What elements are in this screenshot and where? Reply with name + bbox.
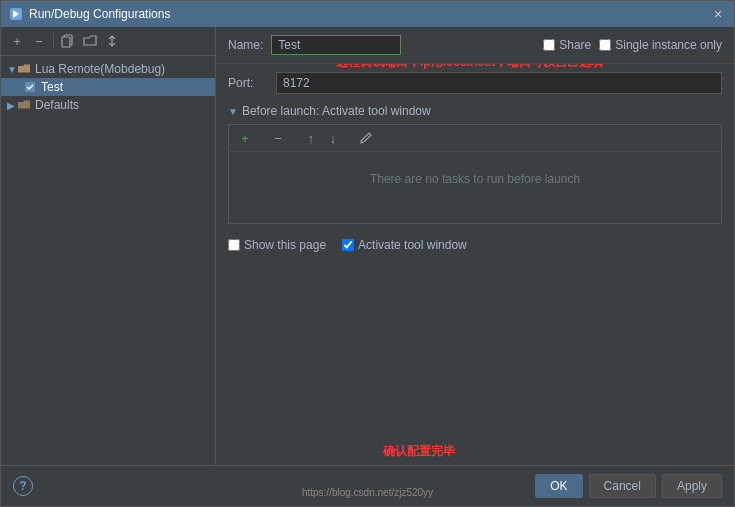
tree-arrow-defaults: ▶ — [7, 100, 17, 111]
copy-config-button[interactable] — [58, 31, 78, 51]
before-launch-toolbar: + − ↑ ↓ — [229, 125, 721, 152]
annotation-arrow1: 远程调试端口，ip用localhost，端口可以自己选填 — [336, 64, 603, 71]
single-instance-checkbox[interactable] — [599, 39, 611, 51]
tree-item-lua-label: Lua Remote(Mobdebug) — [35, 62, 165, 76]
port-label: Port: — [228, 76, 268, 90]
add-task-button[interactable]: + — [235, 128, 255, 148]
tree-item-defaults[interactable]: ▶ Defaults — [1, 96, 215, 114]
show-page-checkbox[interactable] — [228, 239, 240, 251]
edit-task-button[interactable] — [356, 128, 376, 148]
annotation-arrow2: 确认配置完毕 — [383, 443, 455, 460]
dialog-icon — [9, 7, 23, 21]
toolbar-separator-1 — [53, 34, 54, 48]
share-checkbox[interactable] — [543, 39, 555, 51]
test-config-icon — [23, 80, 37, 94]
share-label: Share — [559, 38, 591, 52]
before-launch-toggle[interactable]: ▼ — [228, 106, 238, 117]
title-bar: Run/Debug Configurations × — [1, 1, 734, 27]
share-checkbox-group: Share — [543, 38, 591, 52]
dialog-title: Run/Debug Configurations — [29, 7, 170, 21]
move-up-button[interactable]: ↑ — [301, 128, 321, 148]
apply-button[interactable]: Apply — [662, 474, 722, 498]
move-down-button[interactable]: ↓ — [323, 128, 343, 148]
tree-item-test[interactable]: Test — [1, 78, 215, 96]
name-label: Name: — [228, 38, 263, 52]
show-page-label: Show this page — [244, 238, 326, 252]
before-launch-panel: + − ↑ ↓ There are no tasks to r — [228, 124, 722, 224]
single-instance-checkbox-group: Single instance only — [599, 38, 722, 52]
activate-tool-window-checkbox[interactable] — [342, 239, 354, 251]
config-tree: ▼ Lua Remote(Mobdebug) Test — [1, 56, 215, 465]
port-field-row: Port: — [228, 72, 722, 94]
sort-button[interactable] — [102, 31, 122, 51]
right-panel: Name: Share Single instance only Port: — [216, 27, 734, 465]
main-content: + − — [1, 27, 734, 465]
before-launch-label: Before launch: Activate tool window — [242, 104, 431, 118]
title-bar-left: Run/Debug Configurations — [9, 7, 170, 21]
empty-tasks-message: There are no tasks to run before launch — [229, 152, 721, 206]
config-header: Name: Share Single instance only — [216, 27, 734, 64]
single-instance-label: Single instance only — [615, 38, 722, 52]
activate-tool-window-label: Activate tool window — [358, 238, 467, 252]
name-input[interactable] — [271, 35, 401, 55]
tree-item-test-label: Test — [41, 80, 63, 94]
svg-rect-3 — [62, 37, 70, 47]
defaults-folder-icon — [17, 98, 31, 112]
footer-left: ? — [13, 476, 33, 496]
lua-folder-icon — [17, 62, 31, 76]
before-launch-section-header: ▼ Before launch: Activate tool window — [228, 104, 722, 118]
bottom-checks: Show this page Activate tool window — [228, 232, 722, 258]
add-config-button[interactable]: + — [7, 31, 27, 51]
activate-tool-window-group: Activate tool window — [342, 238, 467, 252]
footer-right: OK Cancel Apply — [535, 474, 722, 498]
folder-button[interactable] — [80, 31, 100, 51]
cancel-button[interactable]: Cancel — [589, 474, 656, 498]
help-button[interactable]: ? — [13, 476, 33, 496]
show-page-group: Show this page — [228, 238, 326, 252]
tree-arrow-lua: ▼ — [7, 64, 17, 75]
config-body: Port: ▼ Before launch: Activate tool win… — [216, 64, 734, 465]
close-button[interactable]: × — [710, 6, 726, 22]
remove-config-button[interactable]: − — [29, 31, 49, 51]
dialog-footer: ? 确认配置完毕 OK Cancel Apply — [1, 465, 734, 506]
tree-item-defaults-label: Defaults — [35, 98, 79, 112]
remove-task-button[interactable]: − — [268, 128, 288, 148]
run-debug-dialog: Run/Debug Configurations × + − — [0, 0, 735, 507]
left-panel: + − — [1, 27, 216, 465]
ok-button[interactable]: OK — [535, 474, 582, 498]
tree-item-lua-remote[interactable]: ▼ Lua Remote(Mobdebug) — [1, 60, 215, 78]
port-input[interactable] — [276, 72, 722, 94]
config-toolbar: + − — [1, 27, 215, 56]
